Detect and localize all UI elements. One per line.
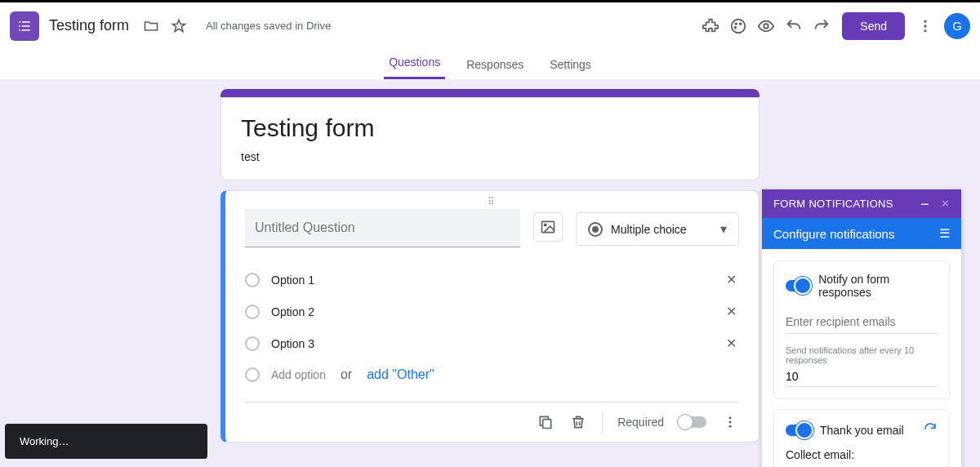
tab-settings[interactable]: Settings xyxy=(545,58,596,79)
collect-email-label: Collect email: xyxy=(786,448,938,461)
forms-logo xyxy=(10,11,39,41)
send-button[interactable]: Send xyxy=(842,12,905,40)
form-title-text[interactable]: Testing form xyxy=(241,114,739,142)
svg-point-7 xyxy=(924,29,926,32)
option-row[interactable]: Option 1 ✕ xyxy=(245,264,739,296)
add-other-link[interactable]: add "Other" xyxy=(367,367,434,382)
notify-section: Notify on form responses Send notificati… xyxy=(773,260,950,399)
palette-icon[interactable] xyxy=(729,17,747,35)
notify-toggle[interactable] xyxy=(786,280,808,291)
app-header: Testing form All changes saved in Drive … xyxy=(0,0,980,49)
svg-point-1 xyxy=(736,23,737,24)
addon-subheader: Configure notifications ☰ xyxy=(762,218,961,249)
tab-responses[interactable]: Responses xyxy=(461,58,528,79)
option-text[interactable]: Option 1 xyxy=(271,274,711,287)
remove-option-icon[interactable]: ✕ xyxy=(723,336,739,351)
send-after-input[interactable] xyxy=(786,367,938,387)
thankyou-toggle[interactable] xyxy=(786,425,810,436)
svg-point-5 xyxy=(924,20,926,22)
question-card[interactable]: ⠿ Multiple choice ▾ Option 1 ✕ xyxy=(220,190,760,443)
move-to-folder-icon[interactable] xyxy=(142,17,160,35)
star-icon[interactable] xyxy=(170,17,188,35)
option-radio-icon xyxy=(245,305,260,319)
svg-point-3 xyxy=(735,26,737,28)
close-icon[interactable]: ✕ xyxy=(941,198,950,210)
addon-panel: FORM NOTIFICATIONS − ✕ Configure notific… xyxy=(761,189,962,467)
svg-rect-8 xyxy=(542,221,555,232)
form-accent-bar xyxy=(220,89,760,97)
thankyou-label: Thank you email xyxy=(820,424,904,437)
svg-point-0 xyxy=(732,19,746,33)
delete-icon[interactable] xyxy=(569,413,587,431)
question-input[interactable] xyxy=(245,209,520,247)
add-option-link[interactable]: Add option xyxy=(271,368,326,381)
duplicate-icon[interactable] xyxy=(537,413,555,431)
refresh-icon[interactable] xyxy=(923,421,938,438)
svg-point-2 xyxy=(740,23,742,24)
options-list: Option 1 ✕ Option 2 ✕ Option 3 ✕ Add opt… xyxy=(245,264,739,390)
question-more-icon[interactable] xyxy=(721,413,739,431)
addon-header: FORM NOTIFICATIONS − ✕ xyxy=(762,189,961,218)
account-avatar[interactable]: G xyxy=(944,13,970,39)
radio-icon xyxy=(588,222,603,237)
main-tabs: Questions Responses Settings xyxy=(0,49,980,79)
form-name[interactable]: Testing form xyxy=(49,17,129,34)
question-footer: Required xyxy=(245,402,739,434)
drag-handle-icon[interactable]: ⠿ xyxy=(245,191,739,209)
form-description[interactable]: test xyxy=(241,150,739,163)
option-row[interactable]: Option 2 ✕ xyxy=(245,296,739,327)
addon-title: FORM NOTIFICATIONS xyxy=(773,198,893,210)
minimize-icon[interactable]: − xyxy=(920,201,929,207)
svg-point-6 xyxy=(924,24,926,27)
thank-you-section: Thank you email Collect email: Automatic… xyxy=(773,409,950,467)
question-type-label: Multiple choice xyxy=(611,223,712,236)
add-option-row: Add option or add "Other" xyxy=(245,359,739,390)
svg-point-13 xyxy=(729,425,732,428)
option-text[interactable]: Option 3 xyxy=(271,337,711,350)
tab-questions[interactable]: Questions xyxy=(384,56,445,79)
save-status: All changes saved in Drive xyxy=(206,20,331,32)
svg-point-12 xyxy=(729,421,732,424)
form-canvas: Testing form test ⠿ Multiple choice ▾ xyxy=(0,79,980,467)
send-after-help: Send notifications after every 10 respon… xyxy=(786,345,938,365)
remove-option-icon[interactable]: ✕ xyxy=(723,272,739,287)
or-text: or xyxy=(341,367,352,382)
option-text[interactable]: Option 2 xyxy=(271,305,711,318)
recipient-emails-input[interactable] xyxy=(786,310,938,334)
chevron-down-icon: ▾ xyxy=(720,221,727,237)
form-title-card[interactable]: Testing form test xyxy=(220,97,760,180)
notify-label: Notify on form responses xyxy=(818,273,938,299)
option-radio-icon xyxy=(245,367,260,382)
hamburger-icon[interactable]: ☰ xyxy=(939,226,950,241)
svg-rect-10 xyxy=(543,420,551,429)
svg-point-9 xyxy=(544,224,546,226)
question-type-select[interactable]: Multiple choice ▾ xyxy=(576,212,739,246)
undo-icon[interactable] xyxy=(785,17,803,35)
svg-point-11 xyxy=(729,416,732,419)
option-radio-icon xyxy=(245,273,260,287)
svg-point-4 xyxy=(764,24,769,29)
required-label: Required xyxy=(617,416,664,429)
addon-subtitle: Configure notifications xyxy=(773,227,894,241)
option-row[interactable]: Option 3 ✕ xyxy=(245,327,739,359)
add-image-icon[interactable] xyxy=(533,212,563,242)
working-toast: Working… xyxy=(5,424,207,459)
required-toggle[interactable] xyxy=(679,416,706,428)
redo-icon[interactable] xyxy=(813,17,831,35)
more-icon[interactable] xyxy=(916,17,934,35)
preview-icon[interactable] xyxy=(757,17,775,35)
addons-icon[interactable] xyxy=(702,17,719,35)
remove-option-icon[interactable]: ✕ xyxy=(723,304,739,319)
option-radio-icon xyxy=(245,336,260,351)
